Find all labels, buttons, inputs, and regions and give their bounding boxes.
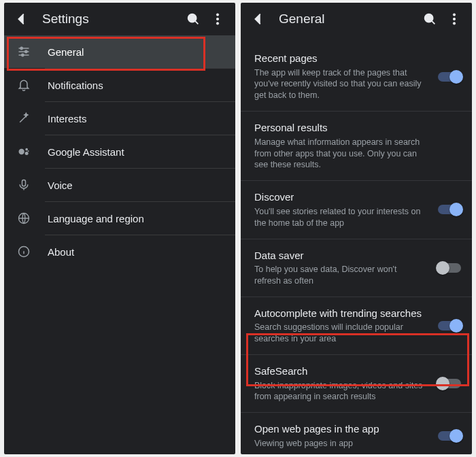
settings-screen: Settings General Notifications Interests: [4, 3, 235, 454]
page-title: General: [279, 12, 418, 27]
setting-title: Personal results: [254, 121, 423, 135]
toggle-open-web-pages[interactable]: [438, 431, 461, 441]
setting-recent-pages[interactable]: Recent pages The app will keep track of …: [241, 42, 472, 111]
overflow-menu-icon[interactable]: [205, 7, 230, 31]
menu-item-general[interactable]: General: [4, 35, 235, 68]
bell-icon: [16, 78, 31, 92]
svg-point-15: [453, 14, 455, 16]
svg-point-9: [25, 152, 29, 155]
menu-item-label: Interests: [48, 113, 87, 124]
setting-title: Data saver: [254, 249, 423, 263]
setting-desc: Search suggestions will include popular …: [254, 322, 423, 345]
setting-data-saver[interactable]: Data saver To help you save data, Discov…: [241, 239, 472, 297]
svg-point-0: [188, 14, 197, 22]
toggle-data-saver[interactable]: [438, 263, 461, 273]
topbar: General: [241, 3, 472, 35]
menu-item-notifications[interactable]: Notifications: [4, 69, 235, 101]
svg-point-17: [453, 22, 455, 24]
overflow-menu-icon[interactable]: [442, 7, 466, 31]
setting-discover[interactable]: Discover You'll see stories related to y…: [241, 180, 472, 238]
menu-item-label: General: [48, 46, 84, 58]
menu-item-label: About: [48, 246, 74, 258]
svg-point-2: [216, 18, 218, 20]
back-icon[interactable]: [246, 7, 271, 31]
menu-item-label: Language and region: [48, 213, 144, 224]
setting-personal-results[interactable]: Personal results Manage what information…: [241, 111, 472, 180]
setting-open-web-pages-in-app[interactable]: Open web pages in the app Viewing web pa…: [241, 412, 472, 454]
menu-item-label: Google Assistant: [48, 146, 124, 158]
menu-item-interests[interactable]: Interests: [4, 102, 235, 135]
setting-title: Discover: [254, 190, 423, 204]
menu-item-language-region[interactable]: Language and region: [4, 202, 235, 235]
page-title: Settings: [42, 12, 181, 27]
globe-icon: [16, 211, 31, 226]
toggle-recent-pages[interactable]: [438, 72, 461, 82]
search-icon[interactable]: [181, 7, 205, 31]
menu-item-label: Voice: [48, 180, 73, 191]
toggle-autocomplete-trending[interactable]: [438, 321, 461, 331]
svg-point-16: [453, 18, 455, 20]
setting-title: SafeSearch: [254, 365, 423, 378]
svg-point-7: [19, 149, 24, 154]
sliders-icon: [16, 44, 31, 59]
svg-point-1: [216, 14, 218, 16]
toggle-safesearch[interactable]: [438, 379, 461, 388]
svg-rect-11: [22, 180, 26, 186]
settings-list: Recent pages The app will keep track of …: [241, 35, 472, 454]
toggle-discover[interactable]: [438, 205, 461, 214]
setting-title: Autocomplete with trending searches: [254, 307, 423, 320]
svg-point-3: [216, 22, 218, 24]
svg-point-4: [20, 47, 22, 49]
wand-icon: [16, 111, 31, 126]
setting-desc: The app will keep track of the pages tha…: [254, 67, 423, 102]
setting-title: Open web pages in the app: [254, 422, 423, 436]
setting-title: Recent pages: [254, 52, 423, 65]
info-icon: [16, 244, 31, 259]
menu-item-label: Notifications: [48, 80, 103, 91]
setting-safesearch[interactable]: SafeSearch Block inappropriate images, v…: [241, 354, 472, 412]
svg-point-6: [22, 54, 24, 56]
svg-point-14: [425, 14, 433, 22]
topbar: Settings: [4, 3, 235, 35]
svg-point-5: [25, 50, 27, 52]
menu-item-about[interactable]: About: [4, 235, 235, 268]
assistant-icon: [16, 144, 31, 159]
menu-item-voice[interactable]: Voice: [4, 169, 235, 201]
back-icon[interactable]: [10, 7, 34, 31]
setting-desc: To help you save data, Discover won't re…: [254, 264, 423, 287]
svg-point-8: [25, 148, 28, 151]
setting-desc: You'll see stories related to your inter…: [254, 206, 423, 229]
menu-item-google-assistant[interactable]: Google Assistant: [4, 135, 235, 168]
svg-point-10: [28, 150, 29, 152]
setting-desc: Block inappropriate images, videos and s…: [254, 380, 423, 403]
general-settings-screen: General Recent pages The app will keep t…: [241, 3, 472, 454]
mic-icon: [16, 177, 31, 192]
search-icon[interactable]: [418, 7, 442, 31]
setting-autocomplete-trending[interactable]: Autocomplete with trending searches Sear…: [241, 297, 472, 354]
setting-desc: Viewing web pages in app: [254, 438, 423, 450]
setting-desc: Manage what information appears in searc…: [254, 137, 423, 171]
